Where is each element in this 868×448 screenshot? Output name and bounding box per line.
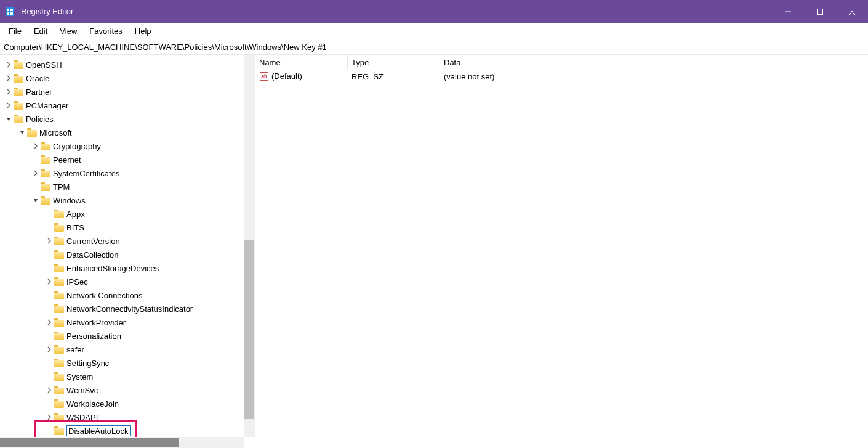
minimize-button[interactable] xyxy=(772,0,804,23)
folder-icon xyxy=(14,114,23,124)
tree-vertical-scrollbar[interactable] xyxy=(244,55,255,437)
tree-item[interactable]: Appx xyxy=(0,207,255,221)
chevron-right-icon[interactable] xyxy=(44,385,54,395)
chevron-right-icon[interactable] xyxy=(4,73,14,83)
tree-item[interactable]: BITS xyxy=(0,221,255,234)
tree-item-label: BITS xyxy=(66,223,88,232)
tree-item[interactable]: NetworkConnectivityStatusIndicator xyxy=(0,302,255,316)
folder-icon xyxy=(41,168,50,178)
tree-item-label: Policies xyxy=(26,115,57,124)
tree-item-label: Personalization xyxy=(66,332,125,341)
tree-item[interactable]: Personalization xyxy=(0,329,255,343)
folder-icon xyxy=(54,209,64,219)
tree-item-label: IPSec xyxy=(66,277,92,287)
menu-help[interactable]: Help xyxy=(129,24,158,38)
tree-item-label: NetworkProvider xyxy=(66,318,129,327)
tree-item-label: Peernet xyxy=(53,155,85,165)
folder-icon xyxy=(14,73,23,83)
chevron-right-icon[interactable] xyxy=(4,87,14,97)
col-header-name[interactable]: Name xyxy=(255,55,348,70)
folder-icon xyxy=(54,277,64,287)
chevron-right-icon[interactable] xyxy=(44,317,54,327)
tree-vertical-scroll-thumb[interactable] xyxy=(244,240,254,419)
address-path: Computer\HKEY_LOCAL_MACHINE\SOFTWARE\Pol… xyxy=(4,43,327,52)
tree-item-label: EnhancedStorageDevices xyxy=(66,264,163,273)
close-button[interactable] xyxy=(836,0,868,23)
tree-horizontal-scroll-thumb[interactable] xyxy=(0,438,179,447)
chevron-right-icon[interactable] xyxy=(44,277,54,287)
folder-icon xyxy=(14,87,23,97)
content-area: OpenSSHOraclePartnerPCManagerPoliciesMic… xyxy=(0,55,868,448)
tree-item[interactable]: SettingSync xyxy=(0,356,255,370)
list-row[interactable]: ab(Default)REG_SZ(value not set) xyxy=(255,70,868,83)
tree-item[interactable]: Policies xyxy=(0,112,255,126)
tree-item[interactable]: WSDAPI xyxy=(0,410,255,424)
tree-item-label: Windows xyxy=(53,196,89,205)
menu-view[interactable]: View xyxy=(54,24,83,38)
tree-item-label: DataCollection xyxy=(66,250,123,259)
tree-item[interactable]: CurrentVersion xyxy=(0,234,255,248)
tree-pane: OpenSSHOraclePartnerPCManagerPoliciesMic… xyxy=(0,55,255,448)
tree-item-label: Microsoft xyxy=(39,128,76,137)
folder-icon xyxy=(54,263,64,273)
chevron-down-icon[interactable] xyxy=(17,128,27,137)
tree-item-label: Appx xyxy=(66,210,89,219)
tree-item[interactable]: EnhancedStorageDevices xyxy=(0,261,255,275)
list-body: ab(Default)REG_SZ(value not set) xyxy=(255,70,868,448)
tree-item[interactable]: Peernet xyxy=(0,153,255,166)
tree-item-edit-input[interactable]: DisableAutoLock xyxy=(66,425,131,436)
tree-item[interactable]: NetworkProvider xyxy=(0,316,255,329)
chevron-right-icon[interactable] xyxy=(31,168,41,178)
chevron-right-icon[interactable] xyxy=(44,412,54,422)
folder-icon xyxy=(54,222,64,232)
chevron-down-icon[interactable] xyxy=(31,195,41,205)
tree-item[interactable]: WorkplaceJoin xyxy=(0,397,255,410)
folder-icon xyxy=(54,317,64,327)
tree-item[interactable]: DataCollection xyxy=(0,248,255,261)
menu-favorites[interactable]: Favorites xyxy=(83,24,128,38)
chevron-down-icon[interactable] xyxy=(4,114,14,124)
chevron-right-icon[interactable] xyxy=(31,141,41,151)
folder-icon xyxy=(54,344,64,354)
chevron-right-icon[interactable] xyxy=(4,60,14,70)
tree-item[interactable]: TPM xyxy=(0,180,255,193)
tree-horizontal-scrollbar[interactable] xyxy=(0,437,244,448)
cell-name: ab(Default) xyxy=(255,71,348,82)
chevron-right-icon[interactable] xyxy=(44,236,54,246)
chevron-right-icon[interactable] xyxy=(44,344,54,354)
menu-edit[interactable]: Edit xyxy=(28,24,54,38)
folder-icon xyxy=(54,385,64,395)
tree-item[interactable]: SystemCertificates xyxy=(0,166,255,180)
tree-item-label: Oracle xyxy=(26,74,53,83)
svg-rect-2 xyxy=(10,9,13,11)
folder-icon xyxy=(41,182,50,192)
tree-item[interactable]: Microsoft xyxy=(0,126,255,139)
folder-icon xyxy=(14,60,23,70)
folder-icon xyxy=(14,100,23,110)
tree-item[interactable]: System xyxy=(0,370,255,383)
tree-item-label: WorkplaceJoin xyxy=(66,399,123,409)
tree-item[interactable]: Cryptography xyxy=(0,139,255,153)
col-header-data[interactable]: Data xyxy=(440,55,659,70)
tree-item[interactable]: OpenSSH xyxy=(0,58,255,71)
maximize-button[interactable] xyxy=(804,0,836,23)
registry-tree[interactable]: OpenSSHOraclePartnerPCManagerPoliciesMic… xyxy=(0,58,255,438)
folder-icon xyxy=(27,128,37,137)
menu-file[interactable]: File xyxy=(2,24,28,38)
col-header-type[interactable]: Type xyxy=(348,55,440,70)
tree-item[interactable]: Network Connections xyxy=(0,288,255,302)
tree-item[interactable]: IPSec xyxy=(0,275,255,288)
tree-item[interactable]: safer xyxy=(0,343,255,356)
tree-item[interactable]: WcmSvc xyxy=(0,383,255,397)
tree-item-label: safer xyxy=(66,345,88,354)
address-bar[interactable]: Computer\HKEY_LOCAL_MACHINE\SOFTWARE\Pol… xyxy=(0,39,868,55)
tree-item[interactable]: Windows xyxy=(0,193,255,207)
folder-icon xyxy=(54,304,64,314)
regedit-icon xyxy=(5,7,15,17)
folder-icon xyxy=(54,236,64,246)
tree-item[interactable]: PCManager xyxy=(0,99,255,112)
chevron-right-icon[interactable] xyxy=(4,100,14,110)
tree-item[interactable]: Partner xyxy=(0,85,255,99)
tree-item[interactable]: DisableAutoLock xyxy=(0,424,255,438)
tree-item[interactable]: Oracle xyxy=(0,71,255,85)
